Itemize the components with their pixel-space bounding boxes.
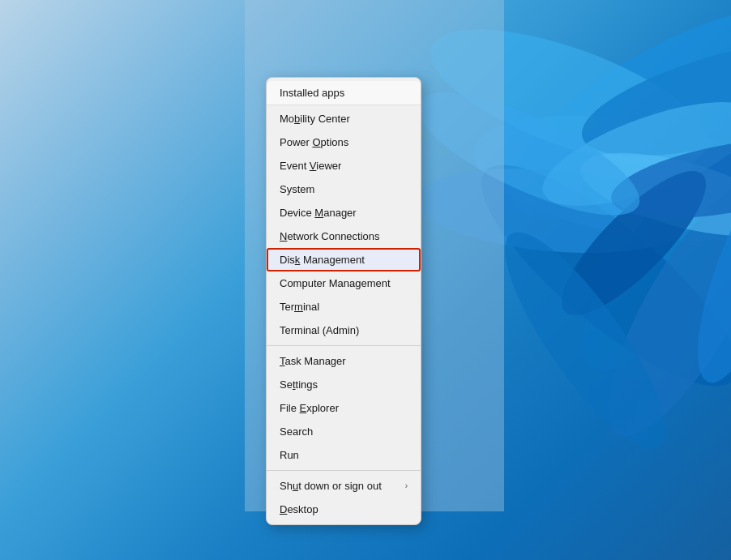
menu-item-computer-management[interactable]: Computer Management bbox=[267, 271, 421, 295]
menu-separator bbox=[267, 470, 421, 471]
menu-item-disk-management[interactable]: Disk Management bbox=[267, 248, 421, 271]
menu-item-shut-down[interactable]: Shut down or sign out› bbox=[267, 474, 421, 498]
submenu-chevron-icon: › bbox=[405, 481, 408, 490]
menu-item-label: Search bbox=[280, 425, 313, 438]
menu-item-label: Shut down or sign out bbox=[280, 480, 382, 492]
menu-item-label: File Explorer bbox=[280, 402, 339, 414]
menu-item-settings[interactable]: Settings bbox=[267, 373, 421, 396]
menu-item-label: Computer Management bbox=[280, 277, 391, 289]
menu-item-label: Terminal bbox=[280, 301, 319, 313]
menu-item-label: Installed apps bbox=[280, 87, 344, 99]
menu-item-label: Disk Management bbox=[280, 254, 365, 266]
menu-item-event-viewer[interactable]: Event Viewer bbox=[267, 154, 421, 177]
menu-item-network-connections[interactable]: Network Connections bbox=[267, 224, 421, 248]
menu-item-label: Network Connections bbox=[280, 230, 380, 242]
menu-item-label: Terminal (Admin) bbox=[280, 324, 359, 336]
menu-item-run[interactable]: Run bbox=[267, 443, 421, 467]
menu-separator bbox=[267, 345, 421, 346]
menu-item-power-options[interactable]: Power Options bbox=[267, 130, 421, 154]
menu-item-task-manager[interactable]: Task Manager bbox=[267, 349, 421, 373]
menu-item-system[interactable]: System bbox=[267, 177, 421, 201]
menu-item-label: System bbox=[280, 183, 314, 195]
menu-item-label: Mobility Center bbox=[280, 113, 350, 125]
menu-item-file-explorer[interactable]: File Explorer bbox=[267, 396, 421, 420]
menu-item-mobility-center[interactable]: Mobility Center bbox=[267, 107, 421, 130]
menu-item-label: Event Viewer bbox=[280, 160, 341, 172]
menu-item-label: Power Options bbox=[280, 136, 348, 148]
menu-item-label: Desktop bbox=[280, 503, 318, 515]
menu-item-search[interactable]: Search bbox=[267, 420, 421, 443]
menu-item-installed-apps[interactable]: Installed apps bbox=[267, 81, 421, 105]
menu-item-terminal-admin[interactable]: Terminal (Admin) bbox=[267, 318, 421, 342]
menu-item-label: Settings bbox=[280, 378, 318, 391]
menu-item-desktop[interactable]: Desktop bbox=[267, 498, 421, 521]
context-menu: Installed appsMobility CenterPower Optio… bbox=[266, 77, 421, 525]
menu-item-device-manager[interactable]: Device Manager bbox=[267, 201, 421, 224]
menu-item-label: Task Manager bbox=[280, 355, 346, 367]
menu-item-terminal[interactable]: Terminal bbox=[267, 295, 421, 318]
menu-item-label: Device Manager bbox=[280, 207, 357, 219]
menu-item-label: Run bbox=[280, 449, 299, 461]
